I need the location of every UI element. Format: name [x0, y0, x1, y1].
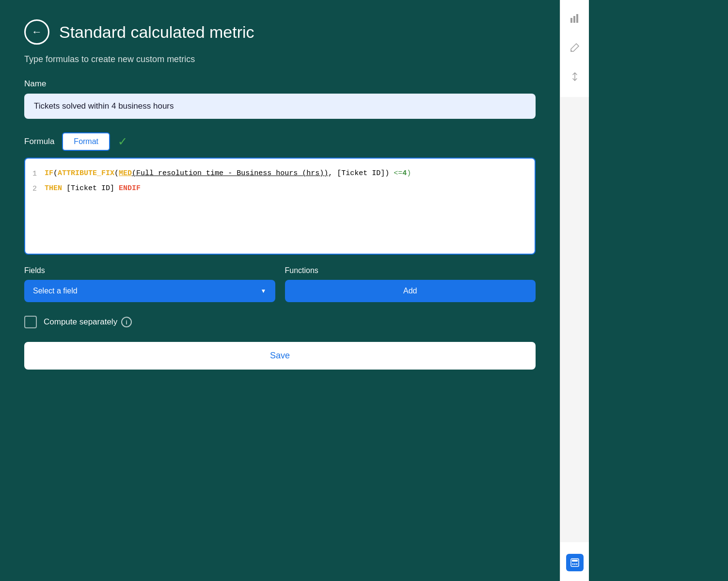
close-paren-green: ): [407, 169, 411, 178]
open-paren: (: [53, 169, 58, 178]
page-title: Standard calculated metric: [59, 23, 254, 42]
svg-point-6: [574, 564, 575, 565]
svg-rect-4: [572, 560, 578, 562]
header: ← Standard calculated metric: [24, 19, 536, 45]
compute-row: Compute separately i: [24, 316, 536, 328]
lte-operator: <=: [394, 169, 402, 178]
formula-editor[interactable]: 1 IF(ATTRIBUTE_FIX(MED(Full resolution t…: [24, 158, 536, 255]
compute-checkbox[interactable]: [24, 316, 37, 328]
dropdown-arrow-icon: ▼: [261, 288, 267, 294]
med-function: MED: [119, 169, 132, 178]
compute-label-text: Compute separately: [44, 317, 117, 327]
sidebar-bar-chart-icon[interactable]: [566, 10, 584, 27]
endif-keyword: ENDIF: [119, 184, 141, 193]
comma-space: , [Ticket ID]): [328, 169, 394, 178]
sidebar-brush-icon[interactable]: [566, 39, 584, 56]
svg-point-7: [576, 564, 577, 565]
formula-label: Formula: [24, 137, 54, 146]
name-input[interactable]: [24, 94, 536, 119]
svg-rect-1: [573, 16, 575, 23]
field-select-text: Select a field: [33, 287, 78, 295]
open-paren2: (: [114, 169, 119, 178]
formula-section: Formula Format ✓ 1 IF(ATTRIBUTE_FIX(MED(…: [24, 132, 536, 255]
line-number-1: 1: [25, 167, 45, 180]
name-label: Name: [24, 79, 536, 89]
fields-label: Fields: [24, 266, 275, 275]
svg-point-5: [572, 564, 573, 565]
line-content-1: IF(ATTRIBUTE_FIX(MED(Full resolution tim…: [45, 167, 535, 180]
sidebar-calculator-icon[interactable]: [566, 554, 584, 571]
sidebar-sort-icon[interactable]: [566, 68, 584, 85]
info-icon[interactable]: i: [121, 317, 132, 327]
functions-label: Functions: [285, 266, 536, 275]
svg-rect-0: [570, 18, 572, 23]
formula-line-1: 1 IF(ATTRIBUTE_FIX(MED(Full resolution t…: [25, 166, 535, 181]
svg-rect-2: [576, 14, 578, 23]
name-section: Name: [24, 79, 536, 132]
if-keyword: IF: [45, 169, 53, 178]
fields-functions-section: Fields Select a field ▼ Functions Add: [24, 266, 536, 302]
number-4: 4: [402, 169, 407, 178]
compute-label: Compute separately i: [44, 317, 132, 327]
right-sidebar: [560, 0, 589, 581]
line-content-2: THEN [Ticket ID] ENDIF: [45, 182, 535, 195]
then-keyword: THEN: [45, 184, 62, 193]
fields-section: Fields Select a field ▼: [24, 266, 275, 302]
formula-line-2: 2 THEN [Ticket ID] ENDIF: [25, 181, 535, 196]
save-button[interactable]: Save: [24, 342, 536, 370]
attribute-fix-keyword: ATTRIBUTE_FIX: [58, 169, 114, 178]
then-value: [Ticket ID]: [62, 184, 119, 193]
back-button[interactable]: ←: [24, 19, 49, 45]
back-icon: ←: [32, 26, 42, 38]
formula-header: Formula Format ✓: [24, 132, 536, 151]
checkmark-icon: ✓: [118, 135, 127, 148]
med-args: (Full resolution time - Business hours (…: [132, 169, 328, 178]
format-button[interactable]: Format: [62, 132, 110, 151]
sidebar-divider: [560, 97, 589, 542]
field-select-dropdown[interactable]: Select a field ▼: [24, 280, 275, 302]
line-number-2: 2: [25, 182, 45, 195]
functions-section: Functions Add: [285, 266, 536, 302]
subtitle: Type formulas to create new custom metri…: [24, 54, 536, 65]
add-button[interactable]: Add: [285, 280, 536, 302]
main-content: ← Standard calculated metric Type formul…: [0, 0, 560, 581]
